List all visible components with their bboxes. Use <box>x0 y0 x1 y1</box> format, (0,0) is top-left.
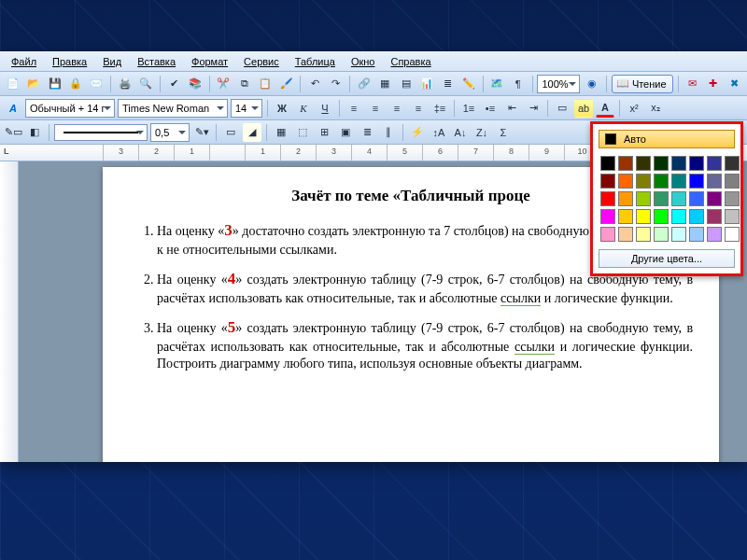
tables-button[interactable]: ▦ <box>376 75 394 93</box>
color-swatch[interactable] <box>636 209 651 224</box>
spellcheck-button[interactable]: ✔︎ <box>165 75 183 93</box>
eraser-button[interactable]: ◧ <box>25 123 44 142</box>
menu-tools[interactable]: Сервис <box>236 54 287 69</box>
color-swatch[interactable] <box>654 191 669 206</box>
color-swatch[interactable] <box>671 209 686 224</box>
align-cell-button[interactable]: ▣ <box>336 123 355 142</box>
color-swatch[interactable] <box>654 209 669 224</box>
color-swatch[interactable] <box>725 227 740 242</box>
inc-indent-button[interactable]: ⇥ <box>524 99 543 118</box>
underline-button[interactable]: Ч <box>316 99 334 118</box>
color-automatic-button[interactable]: Авто <box>599 130 735 148</box>
superscript-button[interactable]: x² <box>625 99 643 118</box>
size-combo[interactable]: 14 <box>231 99 262 118</box>
line-style-combo[interactable] <box>54 124 148 141</box>
more-colors-button[interactable]: Другие цвета... <box>599 249 735 268</box>
save-button[interactable]: 💾 <box>46 75 63 93</box>
bulleted-list-button[interactable]: •≡ <box>481 99 500 118</box>
highlight-button[interactable]: ab <box>574 99 593 118</box>
bold-button[interactable]: Ж <box>273 99 291 118</box>
color-swatch[interactable] <box>654 156 669 171</box>
menu-table[interactable]: Таблица <box>288 54 343 69</box>
color-swatch[interactable] <box>689 209 704 224</box>
split-cells-button[interactable]: ⊞ <box>315 123 333 142</box>
menu-edit[interactable]: Правка <box>45 54 94 69</box>
color-swatch[interactable] <box>636 191 651 206</box>
justify-button[interactable]: ≡ <box>409 99 428 118</box>
insert-table-button[interactable]: ▤ <box>397 75 415 93</box>
vertical-ruler[interactable] <box>0 161 19 462</box>
paste-button[interactable]: 📋 <box>257 75 275 93</box>
close-extra-button[interactable]: ✖︎ <box>725 75 742 93</box>
undo-button[interactable]: ↶ <box>305 75 323 93</box>
color-swatch[interactable] <box>707 227 722 242</box>
color-swatch[interactable] <box>725 156 740 171</box>
cut-button[interactable]: ✂️ <box>215 75 233 93</box>
format-painter-button[interactable]: 🖌️ <box>277 75 295 93</box>
color-swatch[interactable] <box>671 191 686 206</box>
color-swatch[interactable] <box>707 156 722 171</box>
draw-table-button[interactable]: ✎▭ <box>4 123 22 142</box>
menu-help[interactable]: Справка <box>383 54 438 69</box>
insert-table-btn2[interactable]: ▦ <box>272 123 290 142</box>
color-swatch[interactable] <box>707 209 722 224</box>
color-swatch[interactable] <box>707 174 722 189</box>
autoformat-button[interactable]: ⚡ <box>408 123 427 142</box>
color-swatch[interactable] <box>636 174 651 189</box>
color-swatch[interactable] <box>600 191 615 206</box>
tab-selector[interactable]: L <box>4 147 9 156</box>
menu-insert[interactable]: Вставка <box>130 54 183 69</box>
color-swatch[interactable] <box>671 156 686 171</box>
italic-button[interactable]: К <box>294 99 313 118</box>
menu-view[interactable]: Вид <box>95 54 129 69</box>
color-swatch[interactable] <box>689 227 704 242</box>
envelope-button[interactable]: ✉︎ <box>684 75 701 93</box>
text-direction-button[interactable]: ↕A <box>430 123 448 142</box>
hyperlink-button[interactable]: 🔗 <box>355 75 373 93</box>
font-color-button[interactable]: A <box>596 99 614 118</box>
color-swatch[interactable] <box>671 227 686 242</box>
color-swatch[interactable] <box>689 156 704 171</box>
columns-button[interactable]: ≣ <box>439 75 457 93</box>
help-button[interactable]: ◉ <box>583 75 600 93</box>
permissions-button[interactable]: 🔒 <box>66 75 84 93</box>
merge-cells-button[interactable]: ⬚ <box>293 123 312 142</box>
shading-button[interactable]: ◢ <box>243 123 261 142</box>
font-combo[interactable]: Times New Roman <box>118 99 228 118</box>
excel-button[interactable]: 📊 <box>417 75 435 93</box>
preview-button[interactable]: 🔍 <box>137 75 155 93</box>
color-swatch[interactable] <box>600 209 615 224</box>
outside-border-button[interactable]: ▭ <box>221 123 240 142</box>
align-left-button[interactable]: ≡ <box>345 99 363 118</box>
color-swatch[interactable] <box>654 227 669 242</box>
copy-button[interactable]: ⧉ <box>235 75 253 93</box>
color-swatch[interactable] <box>636 227 651 242</box>
print-button[interactable]: 🖨️ <box>116 75 134 93</box>
align-center-button[interactable]: ≡ <box>366 99 385 118</box>
sort-asc-button[interactable]: A↓ <box>451 123 470 142</box>
menu-window[interactable]: Окно <box>344 54 383 69</box>
style-combo[interactable]: Обычный + 14 г <box>25 99 115 118</box>
borders-button[interactable]: ▭ <box>553 99 571 118</box>
line-weight-combo[interactable]: 0,5 <box>150 123 190 142</box>
show-marks-button[interactable]: ¶ <box>509 75 527 93</box>
docmap-button[interactable]: 🗺️ <box>488 75 506 93</box>
align-right-button[interactable]: ≡ <box>388 99 406 118</box>
color-swatch[interactable] <box>600 227 615 242</box>
distribute-cols-button[interactable]: ∥ <box>379 123 398 142</box>
color-swatch[interactable] <box>725 209 740 224</box>
color-swatch[interactable] <box>725 174 740 189</box>
color-swatch[interactable] <box>636 156 651 171</box>
subscript-button[interactable]: x₂ <box>646 99 665 118</box>
color-swatch[interactable] <box>725 191 740 206</box>
mail-button[interactable]: ✉️ <box>88 75 106 93</box>
pen-color-button[interactable]: ✎▾ <box>192 123 211 142</box>
linespacing-button[interactable]: ‡≡ <box>430 99 449 118</box>
dec-indent-button[interactable]: ⇤ <box>502 99 521 118</box>
color-swatch[interactable] <box>600 156 615 171</box>
reading-layout-button[interactable]: 📖 Чтение <box>612 75 673 93</box>
menu-format[interactable]: Формат <box>184 54 235 69</box>
color-swatch[interactable] <box>654 174 669 189</box>
color-swatch[interactable] <box>618 191 633 206</box>
plus-button[interactable]: ✚ <box>704 75 722 93</box>
